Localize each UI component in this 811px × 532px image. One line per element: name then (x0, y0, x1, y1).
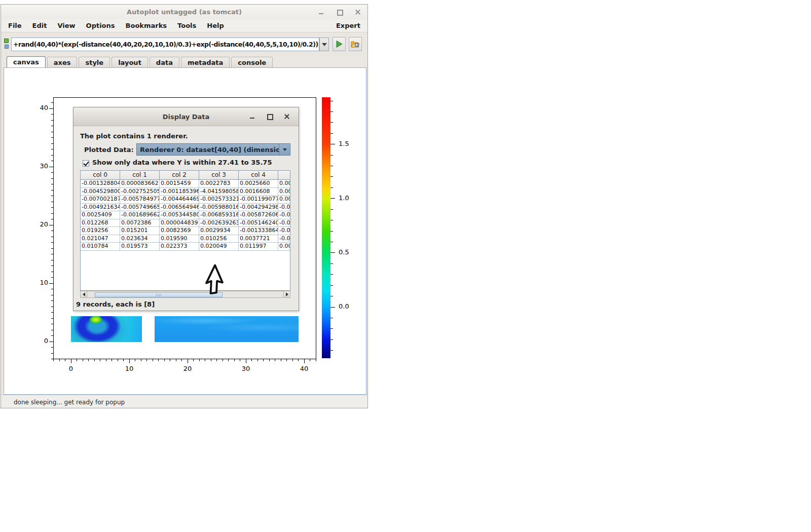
table-cell[interactable]: -0.005749665... (120, 204, 160, 211)
table-cell[interactable]: -0.0 (278, 235, 290, 243)
plot-canvas[interactable]: 0102030404030201001.51.00.50.0 Display D… (4, 67, 366, 395)
table-cell[interactable]: -0.004294298... (239, 204, 278, 211)
go-button[interactable] (333, 37, 346, 51)
table-cell[interactable]: 0.00 (278, 243, 290, 250)
table-cell[interactable]: -0.005988016... (199, 204, 239, 211)
table-cell[interactable]: -0.005146240... (239, 219, 278, 227)
table-cell[interactable]: -4.041598058... (199, 188, 239, 196)
scroll-right-button[interactable] (283, 291, 290, 297)
table-cell[interactable]: -0.004529800... (81, 188, 120, 196)
dialog-titlebar[interactable]: Display Data (73, 107, 299, 126)
table-cell[interactable]: -0.001328804... (81, 180, 120, 187)
table-cell[interactable]: 0.00 (278, 180, 290, 187)
table-cell[interactable]: -0.004921634... (81, 204, 120, 211)
menu-tools[interactable]: Tools (177, 22, 196, 29)
tab-axes[interactable]: axes (47, 57, 78, 67)
minimize-icon[interactable] (318, 9, 325, 16)
close-icon[interactable] (354, 9, 361, 16)
inspect-uri-button[interactable] (349, 37, 362, 51)
table-cell[interactable]: 0.019573 (120, 243, 160, 250)
tab-console[interactable]: console (231, 57, 273, 67)
table-cell[interactable]: 0.020049 (199, 243, 239, 250)
column-header[interactable]: col 2 (160, 171, 199, 179)
table-cell[interactable]: 0.010784 (81, 243, 120, 250)
table-hscrollbar[interactable] (80, 291, 290, 298)
menu-edit[interactable]: Edit (32, 22, 47, 29)
table-cell[interactable]: 0.0072386 (120, 219, 160, 227)
scroll-left-button[interactable] (81, 291, 87, 297)
table-row[interactable]: 0.0210470.0236340.0195900.0102560.003772… (81, 235, 290, 243)
uri-dropdown-button[interactable] (319, 37, 329, 51)
table-cell[interactable]: -0.0 (278, 204, 290, 211)
menu-help[interactable]: Help (207, 22, 224, 29)
table-row[interactable]: -0.001328804...0.0000836620.00154590.002… (81, 180, 290, 188)
menu-bookmarks[interactable]: Bookmarks (126, 22, 167, 29)
table-cell[interactable]: 0.00 (278, 196, 290, 203)
table-cell[interactable]: -0.0 (278, 227, 290, 235)
table-cell[interactable]: 0.00 (278, 188, 290, 196)
tab-canvas[interactable]: canvas (7, 56, 46, 67)
table-cell[interactable]: 0.012268 (81, 219, 120, 227)
table-row[interactable]: 0.0025409-0.001689662...-0.005344580...-… (81, 211, 290, 219)
table-cell[interactable]: 0.019590 (160, 235, 199, 243)
table-cell[interactable]: -0.0 (278, 211, 290, 219)
table-cell[interactable]: -0.006859316... (199, 211, 239, 219)
table-cell[interactable]: 0.021047 (81, 235, 120, 243)
table-row[interactable]: 0.0192560.0152010.00823690.0029934-0.001… (81, 227, 290, 235)
table-row[interactable]: -0.004921634...-0.005749665...-0.0065649… (81, 204, 290, 212)
table-cell[interactable]: 0.010256 (199, 235, 239, 243)
table-cell[interactable]: 0.011997 (239, 243, 278, 250)
table-cell[interactable]: -0.006564946... (160, 204, 199, 211)
table-cell[interactable]: -0.001333864... (239, 227, 278, 235)
table-row[interactable]: 0.0122680.00723860.000044839-0.002639263… (81, 219, 290, 227)
table-cell[interactable]: 0.0029934 (199, 227, 239, 235)
dialog-maximize-icon[interactable] (266, 113, 273, 120)
table-cell[interactable]: 0.022373 (160, 243, 199, 250)
table-cell[interactable]: -0.002639263... (199, 219, 239, 227)
table-cell[interactable]: 0.015201 (120, 227, 160, 235)
table-cell[interactable]: -0.005784977... (120, 196, 160, 203)
scrollbar-thumb[interactable] (95, 292, 223, 297)
column-header[interactable]: col 4 (239, 171, 278, 179)
table-cell[interactable]: 0.0015459 (160, 180, 199, 187)
filter-y-checkbox[interactable] (83, 160, 89, 167)
table-cell[interactable]: -0.002752505... (120, 188, 160, 196)
table-cell[interactable]: 0.019256 (81, 227, 120, 235)
table-cell[interactable]: -0.007002187... (81, 196, 120, 203)
column-header[interactable]: col 1 (120, 171, 160, 179)
table-cell[interactable]: -0.0 (278, 219, 290, 227)
table-cell[interactable]: 0.000044839 (160, 219, 199, 227)
expert-mode-label[interactable]: Expert (336, 22, 360, 29)
column-header[interactable]: col 3 (199, 171, 239, 179)
menu-view[interactable]: View (57, 22, 75, 29)
table-cell[interactable]: 0.0082369 (160, 227, 199, 235)
window-titlebar[interactable]: Autoplot untagged (as tomcat) (1, 5, 367, 19)
tab-style[interactable]: style (79, 57, 110, 67)
table-cell[interactable]: 0.000083662 (120, 180, 160, 187)
table-cell[interactable]: 0.0025409 (81, 211, 120, 219)
table-cell[interactable]: 0.023634 (120, 235, 160, 243)
menu-options[interactable]: Options (86, 22, 115, 29)
maximize-icon[interactable] (336, 9, 343, 16)
dialog-minimize-icon[interactable] (249, 113, 256, 120)
table-row[interactable]: 0.0107840.0195730.0223730.0200490.011997… (81, 243, 290, 251)
uri-input[interactable]: +rand(40,40)*(exp(-distance(40,40,20,20,… (11, 37, 319, 51)
table-row[interactable]: -0.004529800...-0.002752505...-0.0011853… (81, 188, 290, 196)
table-cell[interactable]: 0.0022783 (199, 180, 239, 187)
table-cell[interactable]: -0.001199077... (239, 196, 278, 203)
table-cell[interactable]: 0.0025660 (239, 180, 278, 187)
table-cell[interactable]: -0.001689662... (120, 211, 160, 219)
table-cell[interactable]: -0.005344580... (160, 211, 199, 219)
column-header[interactable] (278, 171, 290, 179)
table-cell[interactable]: -0.002573321... (199, 196, 239, 203)
tab-data[interactable]: data (150, 57, 179, 67)
column-header[interactable]: col 0 (81, 171, 120, 179)
dialog-close-icon[interactable] (283, 113, 290, 120)
table-cell[interactable]: -0.001185396... (160, 188, 199, 196)
table-cell[interactable]: -0.004464469... (160, 196, 199, 203)
table-cell[interactable]: -0.005872606... (239, 211, 278, 219)
tab-metadata[interactable]: metadata (181, 57, 230, 67)
table-cell[interactable]: 0.0037721 (239, 235, 278, 243)
menu-file[interactable]: File (8, 22, 22, 29)
tab-layout[interactable]: layout (112, 57, 148, 67)
